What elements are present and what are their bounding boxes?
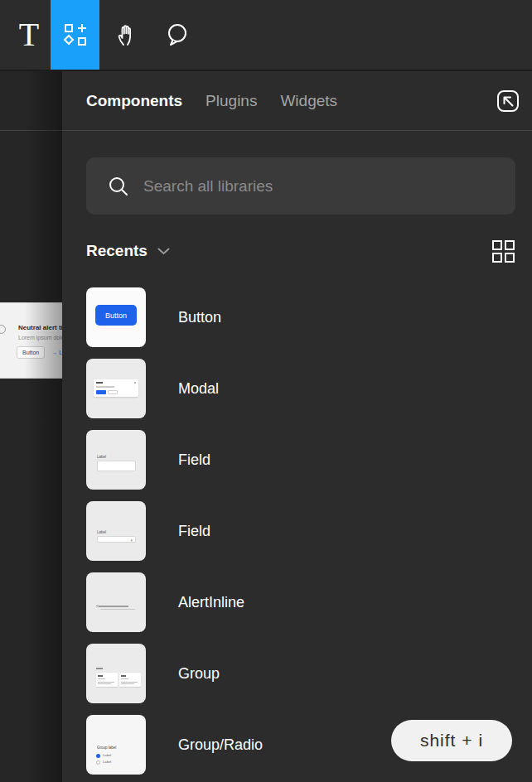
toolbar: T [0,0,532,71]
tab-components[interactable]: Components [86,92,182,110]
thumb-mini-select: ▾ [97,536,136,543]
panel-tabs: Components Plugins Widgets [86,92,337,110]
hand-tool-button[interactable] [106,0,149,70]
list-item-button[interactable]: Button Button [86,287,515,347]
alert-info-icon [0,325,6,334]
canvas-frame-edge [0,130,62,131]
group-radio-thumbnail: Group label Label Label [86,715,146,775]
item-label: Button [178,309,221,326]
item-label: AlertInline [178,594,244,611]
text-tool-button[interactable]: T [8,0,50,70]
search-bar[interactable] [86,157,515,215]
canvas-area: Neutral alert title Lorem ipsum dolor am… [0,71,62,782]
alertinline-thumbnail [86,572,146,632]
list-item-field-select[interactable]: Label ▾ Field [86,501,515,561]
chevron-down-icon [157,248,170,255]
alert-body: Lorem ipsum dolor amet consect [18,335,62,340]
grid-view-icon [491,239,515,263]
field-thumbnail: Label [86,430,146,490]
group-thumbnail [86,644,146,703]
thumb-mini-modal [94,379,138,397]
comment-bubble-icon [164,22,191,48]
item-label: Field [178,523,210,540]
arrow-up-left-box-icon [494,87,522,115]
tab-plugins[interactable]: Plugins [206,92,257,110]
assets-icon [63,22,88,47]
radio-unselected-icon [96,760,100,765]
alert-button: Button [17,346,45,359]
alert-link: → Link text [51,350,62,355]
recents-header: Recents [86,238,515,264]
assets-tool-button[interactable] [51,0,99,70]
comment-tool-button[interactable] [156,0,199,70]
text-tool-icon: T [19,18,39,51]
list-item-field[interactable]: Label Field [86,430,515,490]
recents-title: Recents [86,242,148,260]
shortcut-hint: shift + i [391,720,512,761]
figma-window: T [0,0,532,782]
panel-shadow [0,71,62,782]
field-select-thumbnail: Label ▾ [86,501,146,561]
search-icon [107,175,130,198]
list-item-group[interactable]: Group [86,644,515,703]
item-label: Group/Radio [178,736,263,754]
tab-widgets[interactable]: Widgets [280,92,337,110]
modal-thumbnail [86,359,146,418]
components-panel: Components Plugins Widgets [62,71,532,782]
button-thumbnail: Button [86,287,146,347]
caret-icon: ▾ [130,538,133,542]
radio-selected-icon [96,754,100,758]
list-item-alertinline[interactable]: AlertInline [86,572,515,632]
panel-header: Components Plugins Widgets [62,71,532,131]
item-label: Group [178,665,220,683]
thumb-mini-button: Button [95,305,137,326]
alert-title: Neutral alert title [18,324,62,331]
item-label: Modal [178,380,219,398]
open-panel-button[interactable] [494,87,522,115]
components-list: Button Button Modal Label Field [86,287,515,775]
list-item-modal[interactable]: Modal [86,359,515,418]
hand-icon [114,22,141,48]
grid-view-toggle[interactable] [491,239,515,263]
recents-dropdown[interactable]: Recents [86,242,170,260]
canvas-alert-component: Neutral alert title Lorem ipsum dolor am… [0,302,62,379]
shortcut-text: shift + i [420,731,483,751]
search-input[interactable] [143,177,502,196]
item-label: Field [178,451,210,469]
thumb-mini-input [97,461,136,471]
